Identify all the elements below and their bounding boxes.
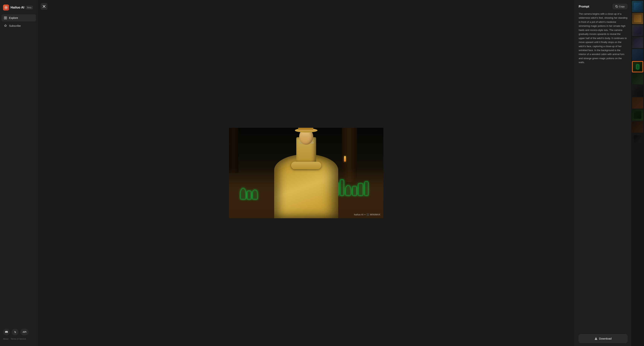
app-badge: Beta [26, 6, 33, 9]
thumbnail-11[interactable] [632, 121, 643, 133]
download-icon [594, 337, 598, 340]
thumbnail-2[interactable] [632, 13, 643, 24]
right-panel: Prompt Copy The camera begins with a clo… [575, 0, 631, 346]
close-button[interactable] [41, 3, 48, 10]
sidebar: Hailuo AI Beta Explore Subscribe [0, 0, 38, 346]
video-area: hailuo AI × ⬛ MINIMAX [38, 0, 575, 346]
social-links: 𝕏 API [3, 329, 34, 335]
app-name-suffix: AI [21, 6, 24, 10]
prompt-text: The camera begins with a close-up of a w… [579, 12, 628, 65]
app-logo: Hailuo AI Beta [0, 3, 38, 14]
copy-label: Copy [619, 5, 624, 8]
thumbnail-9[interactable] [632, 97, 643, 109]
svg-rect-5 [6, 18, 7, 19]
x-button[interactable]: 𝕏 [12, 329, 18, 335]
thumbnail-12[interactable] [632, 133, 643, 145]
terms-link[interactable]: Terms of Service [11, 338, 26, 340]
download-button[interactable]: Download [579, 334, 628, 343]
sidebar-item-subscribe[interactable]: Subscribe [2, 22, 36, 30]
thumbnail-3[interactable] [632, 25, 643, 36]
thumbnail-7[interactable] [632, 73, 643, 84]
x-icon: 𝕏 [14, 331, 16, 333]
prompt-section: Prompt Copy The camera begins with a clo… [575, 0, 631, 331]
grid-icon [4, 16, 7, 20]
svg-rect-4 [4, 18, 5, 19]
main-content: hailuo AI × ⬛ MINIMAX [38, 0, 575, 346]
footer-links: About Terms of Service [3, 338, 34, 340]
download-section: Download [575, 331, 631, 346]
sidebar-item-explore[interactable]: Explore [2, 14, 36, 22]
copy-button[interactable]: Copy [612, 4, 628, 9]
thumbnail-1[interactable] [632, 1, 643, 12]
svg-rect-6 [616, 6, 618, 8]
star-icon [4, 24, 7, 28]
subscribe-label: Subscribe [9, 24, 21, 27]
svg-rect-2 [4, 17, 5, 18]
bottles-left [240, 188, 258, 199]
app-name: Hailuo [10, 6, 20, 10]
api-button[interactable]: API [20, 329, 28, 335]
thumbnail-8[interactable] [632, 85, 643, 97]
video-scene: hailuo AI × ⬛ MINIMAX [229, 128, 384, 218]
thumbnail-6-active[interactable] [632, 61, 643, 72]
svg-rect-3 [6, 17, 7, 18]
discord-button[interactable] [3, 329, 10, 335]
thumbnail-10[interactable] [632, 109, 643, 121]
prompt-title: Prompt [579, 5, 589, 8]
prompt-header: Prompt Copy [579, 4, 628, 9]
api-label: API [22, 331, 26, 333]
about-link[interactable]: About [3, 338, 8, 340]
download-label: Download [599, 337, 612, 340]
sidebar-footer: 𝕏 API About Terms of Service [0, 326, 38, 343]
explore-label: Explore [9, 17, 18, 20]
video-player[interactable]: hailuo AI × ⬛ MINIMAX [229, 128, 384, 218]
svg-point-1 [6, 7, 6, 8]
thumbnail-4[interactable] [632, 37, 643, 48]
thumbnails-strip [631, 0, 644, 346]
video-watermark: hailuo AI × ⬛ MINIMAX [354, 213, 380, 216]
thumbnail-5[interactable] [632, 49, 643, 60]
sidebar-navigation: Explore Subscribe [0, 14, 38, 326]
logo-icon [3, 5, 9, 11]
